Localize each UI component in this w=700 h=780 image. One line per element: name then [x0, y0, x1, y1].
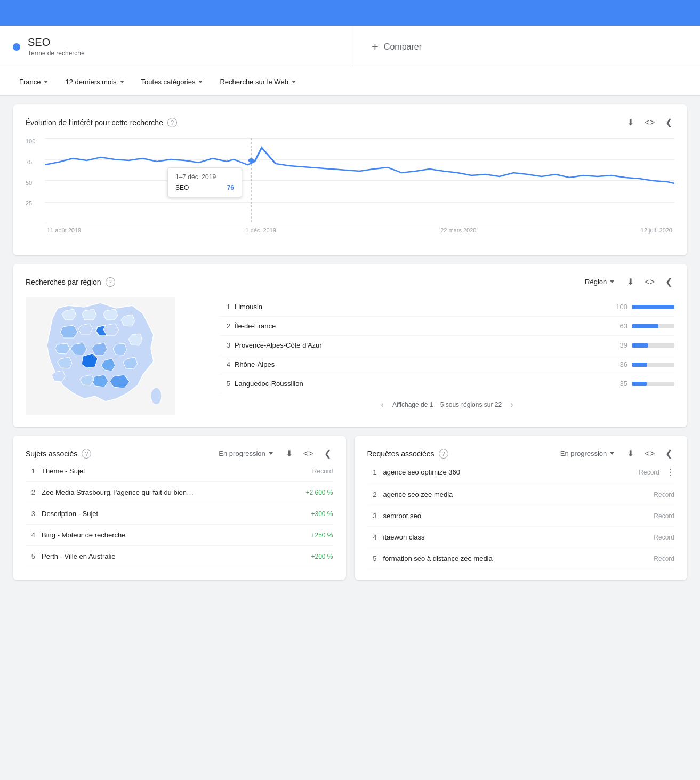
france-map-svg — [26, 297, 175, 415]
list-item: 1 Thème - Sujet Record — [26, 461, 333, 482]
x-label-2: 1 déc. 2019 — [245, 227, 276, 234]
embed-icon[interactable]: <> — [301, 447, 316, 461]
svg-point-6 — [248, 158, 254, 163]
region-row: 3 Provence-Alpes-Côte d'Azur 39 — [220, 336, 674, 355]
chart-area: 1–7 déc. 2019 SEO 76 11 août 2019 1 déc.… — [45, 138, 674, 245]
x-label-3: 22 mars 2020 — [440, 227, 476, 234]
filter-country-label: France — [19, 78, 41, 86]
topics-card-actions: En progression ⬇ <> ❮ — [214, 446, 333, 461]
embed-icon[interactable]: <> — [642, 116, 657, 130]
line-chart-svg — [45, 138, 674, 223]
share-icon[interactable]: ❮ — [322, 446, 333, 461]
compare-button[interactable]: + Comparer — [350, 40, 687, 54]
region-rank-2: 2 — [220, 322, 230, 330]
list-badge-5: +200 % — [311, 553, 333, 560]
region-content: 1 Limousin 100 2 Île-de-France 63 — [26, 297, 674, 416]
filter-search-type[interactable]: Recherche sur le Web — [213, 75, 302, 89]
list-item: 3 Description - Sujet +300 % — [26, 503, 333, 525]
list-name-4: Bing - Moteur de recherche — [42, 531, 304, 539]
more-options-icon[interactable]: ⋮ — [666, 467, 674, 477]
chevron-down-icon — [269, 452, 273, 455]
tooltip-date: 1–7 déc. 2019 — [175, 173, 234, 181]
chevron-down-icon — [198, 81, 203, 83]
list-name-4: itaewon class — [383, 533, 648, 541]
list-rank-4: 4 — [26, 531, 35, 539]
list-rank-3: 3 — [26, 510, 35, 518]
filter-category[interactable]: Toutes catégories — [135, 75, 210, 89]
region-name-1: Limousin — [235, 303, 607, 311]
topics-filter-btn[interactable]: En progression — [214, 447, 277, 460]
region-filter-btn[interactable]: Région — [581, 276, 618, 288]
region-score-2: 63 — [612, 322, 627, 330]
chart-y-labels: 100 75 50 25 — [26, 138, 35, 221]
share-icon[interactable]: ❮ — [663, 275, 674, 289]
embed-icon[interactable]: <> — [642, 275, 657, 289]
region-row: 5 Languedoc-Roussillon 35 — [220, 374, 674, 393]
download-icon[interactable]: ⬇ — [625, 115, 636, 130]
france-map-area — [26, 297, 207, 416]
evolution-help-icon[interactable]: ? — [167, 118, 177, 127]
search-term-text: SEO Terme de recherche — [28, 36, 85, 57]
download-icon[interactable]: ⬇ — [625, 446, 636, 461]
search-term: SEO Terme de recherche — [13, 26, 350, 68]
associated-queries-card: Requêtes associées ? En progression ⬇ <>… — [355, 436, 688, 580]
queries-card-header: Requêtes associées ? En progression ⬇ <>… — [367, 446, 675, 461]
region-bar-1 — [632, 305, 674, 309]
chart-container: 100 75 50 25 — [26, 138, 674, 245]
chevron-down-icon — [44, 81, 48, 83]
list-badge-1: Record — [312, 468, 333, 475]
region-score-5: 35 — [612, 380, 627, 388]
download-icon[interactable]: ⬇ — [284, 446, 295, 461]
queries-help-icon[interactable]: ? — [439, 449, 448, 459]
region-score-3: 39 — [612, 341, 627, 349]
region-name-2: Île-de-France — [235, 322, 607, 330]
topics-card-header: Sujets associés ? En progression ⬇ <> ❮ — [26, 446, 333, 461]
chart-tooltip: 1–7 déc. 2019 SEO 76 — [167, 167, 242, 197]
chevron-down-icon — [610, 280, 614, 283]
region-rank-1: 1 — [220, 303, 230, 311]
list-rank-4: 4 — [367, 533, 377, 541]
bottom-grid: Sujets associés ? En progression ⬇ <> ❮ … — [13, 436, 687, 580]
pagination-prev[interactable]: ‹ — [381, 400, 384, 409]
search-bar-area: SEO Terme de recherche + Comparer — [0, 26, 700, 68]
pagination-next[interactable]: › — [510, 400, 513, 409]
region-row: 1 Limousin 100 — [220, 297, 674, 317]
queries-title: Requêtes associées — [367, 449, 435, 458]
filter-period-label: 12 derniers mois — [65, 78, 116, 86]
region-help-icon[interactable]: ? — [106, 277, 115, 287]
topics-title-area: Sujets associés ? — [26, 449, 91, 459]
tooltip-row: SEO 76 — [175, 184, 234, 191]
region-bar-3 — [632, 343, 648, 348]
list-badge-2: Record — [654, 491, 674, 498]
list-badge-1: Record — [639, 469, 659, 476]
list-item: 2 Zee Media Strasbourg, l'agence qui fai… — [26, 482, 333, 503]
evolution-card: Évolution de l'intérêt pour cette recher… — [13, 104, 687, 255]
download-icon[interactable]: ⬇ — [625, 275, 636, 289]
queries-title-area: Requêtes associées ? — [367, 449, 448, 459]
queries-filter-label: En progression — [560, 449, 607, 457]
pagination-label: Affichage de 1 – 5 sous-régions sur 22 — [392, 401, 502, 408]
list-item: 4 itaewon class Record — [367, 527, 675, 548]
share-icon[interactable]: ❮ — [663, 446, 674, 461]
topics-help-icon[interactable]: ? — [82, 449, 91, 459]
pagination-row: ‹ Affichage de 1 – 5 sous-régions sur 22… — [220, 393, 674, 409]
region-bar-5 — [632, 382, 647, 386]
y-label-25: 25 — [26, 200, 35, 206]
topics-list: 1 Thème - Sujet Record 2 Zee Media Stras… — [26, 461, 333, 567]
region-card: Recherches par région ? Région ⬇ <> ❮ — [13, 264, 687, 427]
filter-search-type-label: Recherche sur le Web — [220, 78, 288, 86]
region-rank-5: 5 — [220, 380, 230, 388]
filter-country[interactable]: France — [13, 75, 54, 89]
queries-filter-btn[interactable]: En progression — [556, 447, 618, 460]
list-item: 4 Bing - Moteur de recherche +250 % — [26, 525, 333, 546]
topics-title: Sujets associés — [26, 449, 77, 458]
embed-icon[interactable]: <> — [642, 447, 657, 461]
list-name-2: Zee Media Strasbourg, l'agence qui fait … — [42, 488, 299, 496]
filter-period[interactable]: 12 derniers mois — [59, 75, 130, 89]
region-name-5: Languedoc-Roussillon — [235, 380, 607, 388]
top-bar — [0, 0, 700, 26]
list-name-2: agence seo zee media — [383, 490, 648, 498]
evolution-title: Évolution de l'intérêt pour cette recher… — [26, 118, 163, 127]
list-name-3: semroot seo — [383, 512, 648, 520]
share-icon[interactable]: ❮ — [663, 115, 674, 130]
